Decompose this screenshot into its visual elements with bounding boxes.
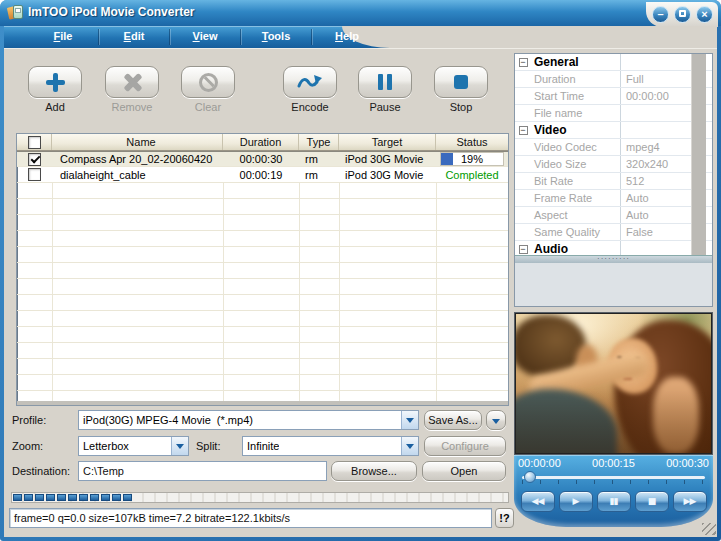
encode-progress-bar xyxy=(11,492,509,503)
browse-button[interactable]: Browse... xyxy=(331,461,417,481)
preview-frame xyxy=(514,312,713,455)
properties-panel: − General Duration Full Start Time 00:00… xyxy=(514,53,713,307)
table-row[interactable]: Compass Apr 20_02-20060420 00:00:30 rm i… xyxy=(17,151,508,167)
property-label: Video Codec xyxy=(531,139,621,155)
table-row[interactable]: dialaheight_cable 00:00:19 rm iPod 30G M… xyxy=(17,167,508,183)
property-row: Bit Rate 512 xyxy=(515,173,712,190)
save-as-button[interactable]: Save As... xyxy=(424,410,482,430)
status-bar-text: frame=0 q=0.0 size=107kB time=7.2 bitrat… xyxy=(9,508,492,528)
property-section: − Audio xyxy=(515,241,712,255)
shading-overlay xyxy=(516,314,711,453)
property-row: Aspect Auto xyxy=(515,207,712,224)
menu-help[interactable]: Help xyxy=(312,26,382,48)
skip-forward-button[interactable]: ▶▶ xyxy=(673,491,707,512)
collapse-icon[interactable]: − xyxy=(519,245,528,254)
section-label: Audio xyxy=(531,241,621,255)
splitter-handle[interactable]: ········· xyxy=(515,255,712,263)
remove-x-icon xyxy=(123,73,142,92)
stop-button-label: Stop xyxy=(434,101,488,113)
column-header-target[interactable]: Target xyxy=(339,134,436,150)
empty-row xyxy=(17,311,508,327)
cell-type: rm xyxy=(299,167,339,182)
pause-playback-button[interactable]: ▮▮ xyxy=(597,491,631,512)
list-bottom-strip xyxy=(17,401,508,405)
destination-label: Destination: xyxy=(12,465,70,477)
menu-bar: File Edit View Tools Help xyxy=(4,26,717,48)
pause-button-label: Pause xyxy=(358,101,412,113)
chevron-down-icon[interactable] xyxy=(171,437,188,455)
menu-tools[interactable]: Tools xyxy=(241,26,311,48)
menu-file[interactable]: File xyxy=(28,26,98,48)
video-thumbnail xyxy=(516,314,711,453)
profile-value: iPod(30G) MPEG-4 Movie (*.mp4) xyxy=(83,414,253,426)
status-progress-label: 19% xyxy=(461,153,483,165)
column-header-status[interactable]: Status xyxy=(436,134,508,150)
chevron-down-icon[interactable] xyxy=(401,437,418,455)
remove-button-label: Remove xyxy=(105,101,159,113)
clear-button[interactable]: Clear xyxy=(181,66,235,113)
remove-button[interactable]: Remove xyxy=(105,66,159,113)
block-icon xyxy=(199,73,218,92)
row-checkbox[interactable] xyxy=(28,153,41,166)
column-header-duration[interactable]: Duration xyxy=(223,134,299,150)
empty-row xyxy=(17,247,508,263)
empty-row xyxy=(17,199,508,215)
play-button[interactable]: ▶ xyxy=(559,491,593,512)
encode-button[interactable]: Encode xyxy=(283,66,337,113)
player-panel: 00:00:00 00:00:15 00:00:30 ◀◀ ▶ ▮▮ ■ ▶▶ xyxy=(514,455,713,527)
split-value: Infinite xyxy=(247,440,279,452)
time-start: 00:00:00 xyxy=(518,457,561,469)
window-controls: – × xyxy=(646,2,718,27)
column-header-type[interactable]: Type xyxy=(299,134,339,150)
row-checkbox[interactable] xyxy=(28,168,41,181)
stop-button[interactable]: Stop xyxy=(434,66,488,113)
maximize-button[interactable] xyxy=(674,6,691,23)
empty-row xyxy=(17,327,508,343)
seek-slider[interactable] xyxy=(522,476,705,479)
close-button[interactable]: × xyxy=(696,6,713,23)
open-button[interactable]: Open xyxy=(422,461,506,481)
section-label: General xyxy=(531,54,621,70)
menu-edit[interactable]: Edit xyxy=(99,26,169,48)
empty-row xyxy=(17,295,508,311)
collapse-icon[interactable]: − xyxy=(519,58,528,67)
window-title: ImTOO iPod Movie Converter xyxy=(28,5,194,19)
stop-icon xyxy=(454,75,468,89)
properties-scrollbar[interactable] xyxy=(691,54,706,255)
skip-back-button[interactable]: ◀◀ xyxy=(521,491,555,512)
resize-grip[interactable] xyxy=(702,523,716,535)
pause-button[interactable]: Pause xyxy=(358,66,412,113)
help-button[interactable]: !? xyxy=(495,508,514,528)
split-select[interactable]: Infinite xyxy=(242,436,419,456)
plus-icon xyxy=(46,73,65,92)
stop-playback-button[interactable]: ■ xyxy=(635,491,669,512)
minimize-button[interactable]: – xyxy=(652,6,669,23)
configure-button[interactable]: Configure xyxy=(424,436,506,456)
empty-row xyxy=(17,359,508,375)
client-area: Add Remove Clear Encode Pause Stop xyxy=(4,48,717,537)
select-all-checkbox[interactable] xyxy=(28,136,41,149)
section-label: Video xyxy=(531,122,621,138)
chevron-down-icon[interactable] xyxy=(401,411,418,429)
seek-thumb[interactable] xyxy=(524,471,536,483)
cell-name: Compass Apr 20_02-20060420 xyxy=(52,152,223,166)
seek-ticks xyxy=(522,480,705,484)
cell-status: Completed xyxy=(436,167,508,182)
destination-input[interactable]: C:\Temp xyxy=(78,461,327,481)
property-label: Frame Rate xyxy=(531,190,621,206)
cell-duration: 00:00:30 xyxy=(223,152,299,166)
time-mid: 00:00:15 xyxy=(592,457,635,469)
property-row: Video Size 320x240 xyxy=(515,156,712,173)
title-bar[interactable]: ImTOO iPod Movie Converter – × xyxy=(0,0,721,26)
menu-view[interactable]: View xyxy=(170,26,240,48)
property-description-panel xyxy=(515,263,712,306)
zoom-select[interactable]: Letterbox xyxy=(78,436,189,456)
add-button[interactable]: Add xyxy=(28,66,82,113)
profile-more-button[interactable] xyxy=(486,410,506,430)
column-header-name[interactable]: Name xyxy=(52,134,223,150)
property-row: File name xyxy=(515,105,712,122)
profile-select[interactable]: iPod(30G) MPEG-4 Movie (*.mp4) xyxy=(78,410,419,430)
collapse-icon[interactable]: − xyxy=(519,126,528,135)
app-icon xyxy=(8,4,23,20)
cell-name: dialaheight_cable xyxy=(52,167,223,182)
